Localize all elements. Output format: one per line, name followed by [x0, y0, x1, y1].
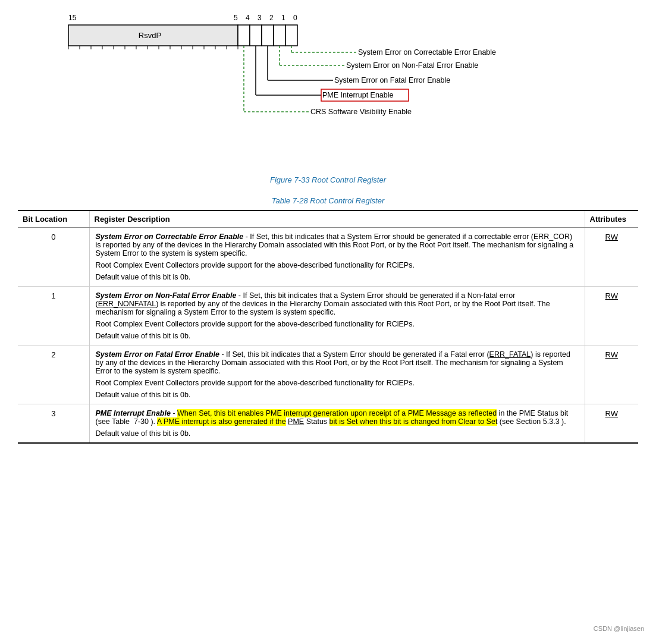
table-caption: Table 7-28 Root Control Register [18, 196, 638, 205]
description-2: System Error on Fatal Error Enable - If … [89, 345, 585, 404]
bit0-cell [285, 25, 297, 46]
bit3-cell [250, 25, 262, 46]
rsvdp-label: RsvdP [139, 31, 161, 40]
description-0: System Error on Correctable Error Enable… [89, 228, 585, 287]
bit4-cell [238, 25, 250, 46]
bit-0-label: 0 [293, 14, 297, 22]
bit-location-2: 2 [18, 345, 89, 404]
table-row: 3 PME Interrupt Enable - When Set, this … [18, 404, 638, 444]
bit-location-0: 0 [18, 228, 89, 287]
table-row: 1 System Error on Non-Fatal Error Enable… [18, 287, 638, 345]
table-row: 2 System Error on Fatal Error Enable - I… [18, 345, 638, 404]
register-table: Bit Location Register Description Attrib… [18, 210, 638, 444]
bit-1-label: 1 [281, 14, 285, 22]
signal-1-label: System Error on Non-Fatal Error Enable [346, 61, 478, 70]
bit-5-label: 5 [234, 14, 238, 22]
bit-15-label: 15 [68, 14, 77, 22]
attribute-2: RW [585, 345, 638, 404]
col-header-attr: Attributes [585, 211, 638, 228]
register-diagram: 15 5 4 3 2 1 0 RsvdP [65, 12, 601, 167]
attribute-1: RW [585, 287, 638, 345]
signal-2-label: System Error on Fatal Error Enable [334, 76, 450, 84]
figure-caption: Figure 7-33 Root Control Register [18, 175, 638, 184]
table-row: 0 System Error on Correctable Error Enab… [18, 228, 638, 287]
bit-location-3: 3 [18, 404, 89, 444]
signal-4-label: CRS Software Visibility Enable [310, 108, 412, 116]
watermark: CSDN @linjiasen [594, 625, 644, 632]
description-3: PME Interrupt Enable - When Set, this bi… [89, 404, 585, 444]
signal-0-label: System Error on Correctable Error Enable [358, 48, 496, 56]
bit-4-label: 4 [246, 14, 250, 22]
table-header-row: Bit Location Register Description Attrib… [18, 211, 638, 228]
attribute-3: RW [585, 404, 638, 444]
col-header-bit: Bit Location [18, 211, 89, 228]
diagram-svg: 15 5 4 3 2 1 0 RsvdP [65, 12, 601, 167]
signal-3-label: PME Interrupt Enable [322, 91, 394, 99]
diagram-section: 15 5 4 3 2 1 0 RsvdP [18, 12, 638, 167]
bit2-cell [262, 25, 274, 46]
attribute-0: RW [585, 228, 638, 287]
description-1: System Error on Non-Fatal Error Enable -… [89, 287, 585, 345]
col-header-desc: Register Description [89, 211, 585, 228]
bit-3-label: 3 [258, 14, 262, 22]
bit-location-1: 1 [18, 287, 89, 345]
bit-2-label: 2 [269, 14, 274, 22]
bit1-cell [274, 25, 285, 46]
